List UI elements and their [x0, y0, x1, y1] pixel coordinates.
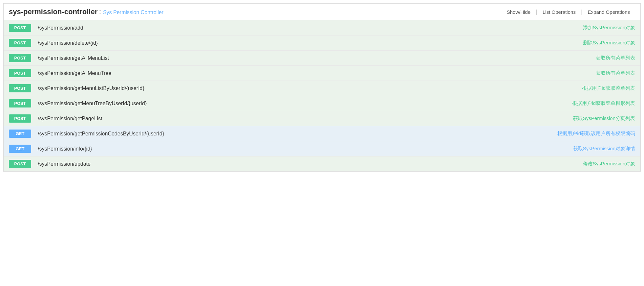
controller-header: sys-permission-controller : Sys Permissi…	[4, 4, 640, 20]
controller-title: sys-permission-controller	[9, 8, 97, 16]
operation-desc: 获取SysPermission分页列表	[573, 115, 635, 122]
operation-path: /sysPermission/getPageList	[38, 116, 573, 122]
method-badge: POST	[9, 39, 31, 47]
operation-desc: 获取SysPermission对象详情	[573, 146, 635, 152]
operation-row[interactable]: GET/sysPermission/info/{id}获取SysPermissi…	[4, 141, 640, 156]
operation-path: /sysPermission/update	[38, 161, 583, 167]
operation-desc: 根据用户id获取菜单列表	[582, 85, 635, 91]
method-badge: POST	[9, 24, 31, 32]
method-badge: GET	[9, 145, 31, 153]
operation-desc: 修改SysPermission对象	[583, 161, 635, 167]
operation-path: /sysPermission/info/{id}	[38, 146, 573, 152]
operation-path: /sysPermission/getAllMenuTree	[38, 70, 596, 76]
controller-title-block: sys-permission-controller : Sys Permissi…	[9, 8, 163, 16]
operation-path: /sysPermission/getMenuTreeByUserId/{user…	[38, 101, 572, 107]
operation-path: /sysPermission/getMenuListByUserId/{user…	[38, 85, 582, 91]
operation-row[interactable]: POST/sysPermission/getMenuListByUserId/{…	[4, 81, 640, 96]
operation-row[interactable]: POST/sysPermission/getAllMenuList获取所有菜单列…	[4, 51, 640, 66]
operation-desc: 根据用户id获取该用户所有权限编码	[557, 131, 635, 137]
operation-row[interactable]: POST/sysPermission/add添加SysPermission对象	[4, 20, 640, 36]
operation-desc: 获取所有菜单列表	[596, 55, 635, 61]
operation-row[interactable]: POST/sysPermission/getMenuTreeByUserId/{…	[4, 96, 640, 111]
header-actions: Show/Hide | List Operations | Expand Ope…	[502, 8, 635, 16]
operation-path: /sysPermission/getAllMenuList	[38, 55, 596, 61]
operation-desc: 添加SysPermission对象	[583, 25, 635, 31]
operation-desc: 获取所有菜单列表	[596, 70, 635, 76]
method-badge: POST	[9, 84, 31, 92]
expand-operations-button[interactable]: Expand Operations	[583, 8, 635, 16]
operation-path: /sysPermission/getPermissionCodesByUserI…	[38, 131, 557, 137]
operation-row[interactable]: POST/sysPermission/getAllMenuTree获取所有菜单列…	[4, 66, 640, 81]
controller-colon: :	[99, 8, 103, 16]
operation-row[interactable]: POST/sysPermission/delete/{id}删除SysPermi…	[4, 36, 640, 51]
method-badge: POST	[9, 160, 31, 168]
operation-row[interactable]: GET/sysPermission/getPermissionCodesByUs…	[4, 126, 640, 141]
method-badge: POST	[9, 99, 31, 107]
operation-row[interactable]: POST/sysPermission/getPageList获取SysPermi…	[4, 111, 640, 126]
operation-row[interactable]: POST/sysPermission/update修改SysPermission…	[4, 156, 640, 171]
operations-list: POST/sysPermission/add添加SysPermission对象P…	[4, 20, 640, 171]
operation-path: /sysPermission/add	[38, 25, 583, 31]
operation-desc: 删除SysPermission对象	[583, 40, 635, 46]
show-hide-button[interactable]: Show/Hide	[502, 8, 536, 16]
operation-path: /sysPermission/delete/{id}	[38, 40, 583, 46]
method-badge: POST	[9, 54, 31, 62]
controller-section: sys-permission-controller : Sys Permissi…	[3, 3, 641, 172]
controller-subtitle: Sys Permission Controller	[103, 10, 163, 15]
method-badge: POST	[9, 114, 31, 123]
operation-desc: 根据用户id获取菜单树形列表	[572, 100, 635, 107]
list-operations-button[interactable]: List Operations	[537, 8, 581, 16]
method-badge: POST	[9, 69, 31, 77]
method-badge: GET	[9, 130, 31, 138]
